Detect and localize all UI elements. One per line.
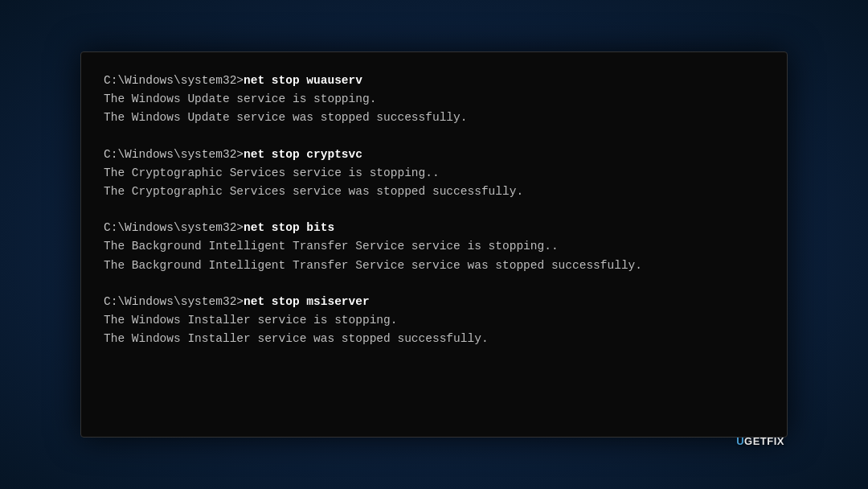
command-block-3: C:\Windows\system32>net stop bits The Ba… xyxy=(104,219,764,275)
prompt-1: C:\Windows\system32> xyxy=(104,74,244,87)
command-3: net stop bits xyxy=(244,221,334,234)
watermark-u: U xyxy=(736,435,744,447)
cmd-line-1: C:\Windows\system32>net stop wuauserv xyxy=(104,72,764,90)
cmd-line-4: C:\Windows\system32>net stop msiserver xyxy=(104,293,764,311)
output-3-2: The Background Intelligent Transfer Serv… xyxy=(104,257,764,275)
terminal-content: C:\Windows\system32>net stop wuauserv Th… xyxy=(104,72,764,348)
command-2: net stop cryptsvc xyxy=(244,148,362,161)
prompt-2: C:\Windows\system32> xyxy=(104,148,244,161)
command-4: net stop msiserver xyxy=(244,295,370,308)
watermark-fix: FIX xyxy=(767,435,784,447)
command-1: net stop wuauserv xyxy=(244,74,362,87)
watermark-get: GET xyxy=(744,435,767,447)
output-1-1: The Windows Update service is stopping. xyxy=(104,90,764,109)
command-block-1: C:\Windows\system32>net stop wuauserv Th… xyxy=(104,72,764,128)
command-block-2: C:\Windows\system32>net stop cryptsvc Th… xyxy=(104,146,764,202)
prompt-3: C:\Windows\system32> xyxy=(104,221,244,234)
cmd-line-2: C:\Windows\system32>net stop cryptsvc xyxy=(104,146,764,164)
output-4-1: The Windows Installer service is stoppin… xyxy=(104,311,764,330)
terminal-wrapper: C:\Windows\system32>net stop wuauserv Th… xyxy=(80,51,788,438)
watermark: UGETFIX xyxy=(736,435,784,447)
output-2-1: The Cryptographic Services service is st… xyxy=(104,164,764,183)
output-4-2: The Windows Installer service was stoppe… xyxy=(104,330,764,348)
output-1-2: The Windows Update service was stopped s… xyxy=(104,109,764,127)
output-2-2: The Cryptographic Services service was s… xyxy=(104,183,764,201)
prompt-4: C:\Windows\system32> xyxy=(104,295,244,308)
output-3-1: The Background Intelligent Transfer Serv… xyxy=(104,237,764,256)
cmd-line-3: C:\Windows\system32>net stop bits xyxy=(104,219,764,237)
terminal-window: C:\Windows\system32>net stop wuauserv Th… xyxy=(80,51,788,438)
command-block-4: C:\Windows\system32>net stop msiserver T… xyxy=(104,293,764,349)
